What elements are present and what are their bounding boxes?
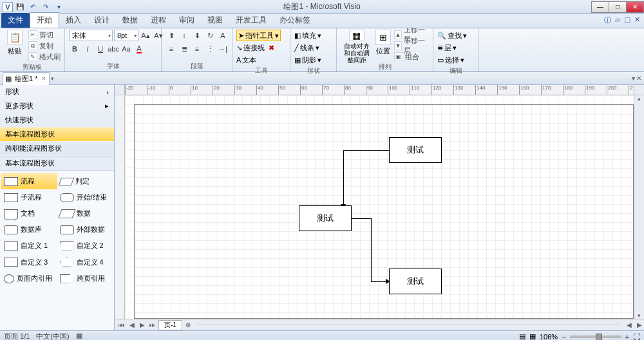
connector-tool-button[interactable]: ↘连接线✖: [236, 42, 274, 53]
shape-stencil-item[interactable]: 自定义 3: [1, 254, 57, 270]
tab-review[interactable]: 审阅: [173, 13, 201, 28]
select-button[interactable]: ▭选择▾: [437, 54, 464, 66]
shape-stencil-item[interactable]: 文档: [1, 205, 57, 222]
layer-button[interactable]: ≣层▾: [437, 42, 457, 53]
pointer-tool-button[interactable]: ➤指针工具▾: [236, 30, 281, 41]
close-tab-icon[interactable]: ✕: [41, 75, 46, 82]
auto-align-button[interactable]: ▦ 自动对齐和自动调整间距: [341, 30, 373, 62]
doctabs-menu-icon[interactable]: ▾: [632, 75, 635, 82]
shape-stencil-item[interactable]: 开始/结束: [57, 189, 113, 205]
hscroll-right-button[interactable]: ▶: [635, 321, 644, 328]
bold-button[interactable]: B: [69, 43, 80, 55]
connector[interactable]: [352, 218, 371, 219]
position-button[interactable]: ⊞ 位置: [375, 30, 392, 62]
quick-shapes[interactable]: 快速形状: [0, 113, 114, 128]
page-tab[interactable]: 页-1: [158, 320, 182, 330]
document-tab[interactable]: ▦ 绘图1 * ✕: [3, 72, 50, 85]
view-normal-icon[interactable]: ▤: [519, 332, 526, 340]
zoom-value[interactable]: 106%: [540, 333, 558, 341]
more-shapes[interactable]: 更多形状▸: [0, 99, 114, 113]
page-first-button[interactable]: ⏮: [117, 321, 126, 328]
tab-dev[interactable]: 开发工具: [229, 13, 273, 28]
page-last-button[interactable]: ⏭: [148, 321, 157, 328]
shape-stencil-item[interactable]: 数据库: [1, 222, 57, 238]
shape-stencil-item[interactable]: 自定义 2: [57, 238, 113, 254]
hscroll-left-button[interactable]: ◀: [625, 321, 634, 328]
page-next-button[interactable]: ▶: [138, 321, 147, 328]
minimize-button[interactable]: —: [591, 1, 609, 13]
help-icon[interactable]: ⓘ: [604, 15, 611, 25]
close-button[interactable]: ✕: [626, 1, 644, 13]
minimize-ribbon-icon[interactable]: ▱: [615, 15, 620, 25]
restore-icon[interactable]: ▢: [624, 15, 630, 25]
undo-icon[interactable]: ↶: [27, 2, 39, 12]
connector[interactable]: [371, 218, 372, 281]
tab-view[interactable]: 视图: [201, 13, 229, 28]
font-name-combo[interactable]: 宋体: [69, 30, 113, 41]
copy-button[interactable]: ⧉复制: [28, 41, 61, 51]
align-left-button[interactable]: ≡: [166, 43, 177, 55]
tab-design[interactable]: 设计: [88, 13, 116, 28]
shadow-button[interactable]: ▦阴影▾: [294, 54, 321, 66]
shape-stencil-item[interactable]: 自定义 4: [57, 254, 113, 270]
connector[interactable]: [343, 150, 344, 205]
align-middle-button[interactable]: ↕: [178, 30, 190, 41]
text-tool-button[interactable]: A文本: [236, 54, 256, 66]
flowchart-box[interactable]: 测试: [299, 205, 352, 231]
send-back-button[interactable]: ▼下移一层: [394, 41, 429, 51]
doctab-dropdown-icon[interactable]: ▾: [51, 75, 54, 82]
paste-button[interactable]: 📋 粘贴: [4, 30, 26, 62]
connector[interactable]: [371, 281, 387, 282]
new-page-button[interactable]: ⊕: [184, 321, 193, 328]
format-painter-button[interactable]: ✎格式刷: [28, 52, 61, 62]
align-top-button[interactable]: ⬆: [166, 30, 177, 41]
tab-insert[interactable]: 插入: [59, 13, 88, 28]
basic-flowchart-shapes[interactable]: 基本流程图形状: [0, 128, 114, 142]
save-icon[interactable]: 💾: [14, 2, 26, 12]
drawing-page[interactable]: 测试 测试 测试: [134, 104, 634, 319]
shape-stencil-item[interactable]: 流程: [1, 173, 57, 189]
view-wide-icon[interactable]: ▦: [529, 332, 536, 340]
redo-icon[interactable]: ↷: [40, 2, 52, 12]
bullets-button[interactable]: ⋮: [204, 43, 216, 55]
font-size-combo[interactable]: 8pt: [114, 30, 138, 41]
vertical-scrollbar[interactable]: ▴▾: [634, 95, 644, 319]
text-direction-button[interactable]: A: [217, 30, 229, 41]
underline-button[interactable]: U: [95, 43, 106, 55]
connector[interactable]: [343, 150, 389, 151]
cross-functional-shapes[interactable]: 跨职能流程图形状: [0, 142, 114, 156]
tab-process[interactable]: 进程: [144, 13, 173, 28]
case-button[interactable]: Aa: [120, 43, 132, 55]
zoom-out-button[interactable]: −: [562, 333, 565, 341]
cut-button[interactable]: ✂剪切: [28, 30, 61, 40]
page-prev-button[interactable]: ◀: [128, 321, 137, 328]
maximize-button[interactable]: □: [609, 1, 627, 13]
align-center-button[interactable]: ≣: [178, 43, 190, 55]
close-doc-icon[interactable]: ✕: [634, 15, 640, 25]
tab-file[interactable]: 文件: [1, 13, 30, 28]
tab-data[interactable]: 数据: [116, 13, 144, 28]
indent-button[interactable]: →|: [217, 43, 229, 55]
flowchart-box[interactable]: 测试: [389, 137, 442, 163]
orientation-button[interactable]: ↻: [204, 30, 216, 41]
zoom-slider[interactable]: [570, 335, 621, 338]
shape-stencil-item[interactable]: 数据: [57, 205, 113, 222]
qat-dropdown-icon[interactable]: ▾: [53, 2, 64, 12]
doctabs-close-icon[interactable]: ✕: [636, 75, 641, 82]
zoom-in-button[interactable]: +: [625, 333, 629, 341]
font-color-button[interactable]: A: [133, 43, 145, 55]
fill-button[interactable]: ◧填充▾: [294, 30, 321, 41]
fit-page-icon[interactable]: ⛶: [633, 333, 640, 341]
canvas[interactable]: 测试 测试 测试: [125, 95, 634, 319]
tab-home[interactable]: 开始: [30, 12, 59, 28]
align-bottom-button[interactable]: ⬇: [191, 30, 203, 41]
shape-stencil-item[interactable]: 判定: [57, 173, 113, 189]
strike-button[interactable]: abc: [108, 43, 119, 55]
app-icon[interactable]: V: [3, 2, 13, 12]
line-button[interactable]: ╱线条▾: [294, 42, 319, 53]
shape-stencil-item[interactable]: 外部数据: [57, 222, 113, 238]
hscroll-area[interactable]: [196, 325, 621, 325]
macro-icon[interactable]: ▦: [76, 332, 82, 340]
shape-stencil-item[interactable]: 页面内引用: [1, 270, 57, 287]
find-button[interactable]: 🔍查找▾: [437, 30, 467, 41]
